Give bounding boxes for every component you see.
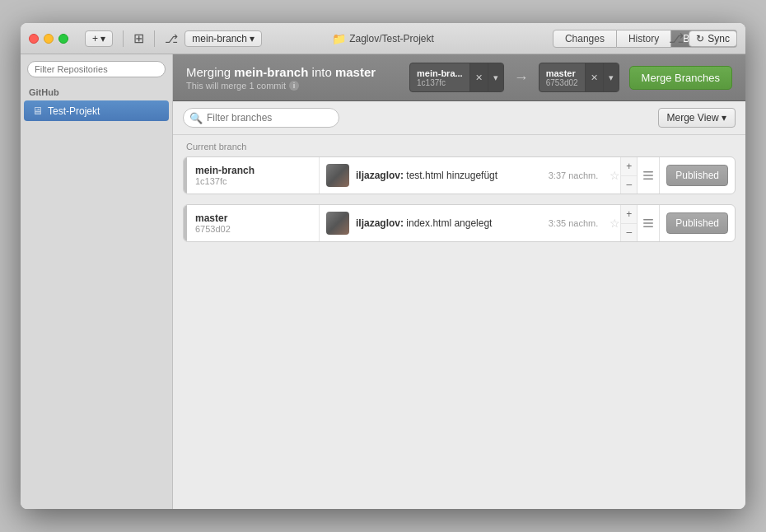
content-area: Merging mein-branch into master This wil… [173, 54, 745, 509]
merge-source-branch: mein-branch [234, 65, 308, 79]
avatar-image [326, 164, 349, 187]
commit-time: 3:35 nachm. [549, 218, 599, 228]
source-branch-pill: mein-bra... 1c137fc ✕ ▾ [409, 63, 504, 92]
branch-row-actions: + – [620, 157, 637, 194]
published-button[interactable]: Published [666, 212, 728, 234]
branch-hash: 1c137fc [195, 176, 311, 186]
main-content: GitHub 🖥 Test-Projekt Merging mein-branc… [21, 54, 745, 509]
avatar [326, 212, 349, 235]
branch-row: master 6753d02 iljazaglov: index.html an… [183, 204, 736, 242]
titlebar: + ▾ ⊞ ⎇ mein-branch ▾ 📁 Zaglov/Test-Proj… [21, 23, 745, 54]
branch-selector[interactable]: mein-branch ▾ [184, 30, 262, 47]
branch-action-plus[interactable]: + [621, 205, 637, 224]
merge-title: Merging mein-branch into master This wil… [186, 65, 399, 91]
merge-title-middle: into [308, 65, 335, 79]
merge-header: Merging mein-branch into master This wil… [173, 54, 745, 101]
svg-rect-1 [643, 175, 653, 176]
window-title: Zaglov/Test-Projekt [349, 33, 434, 44]
branch-row-info: master 6753d02 [187, 206, 319, 240]
toolbar-divider [123, 30, 124, 47]
source-pill-hash: 1c137fc [417, 78, 463, 87]
svg-rect-0 [643, 171, 653, 173]
commit-message: iljazaglov: index.html angelegt [356, 217, 542, 229]
info-icon: i [289, 81, 299, 91]
branch-icon: ⎇ [165, 32, 178, 45]
sidebar-item-test-projekt[interactable]: 🖥 Test-Projekt [24, 100, 169, 121]
branch-settings-icon[interactable] [637, 157, 660, 194]
sidebar-section-github: GitHub [21, 84, 172, 100]
sync-button[interactable]: ↻ Sync [689, 30, 737, 47]
branch-row-info: mein-branch 1c137fc [187, 158, 319, 193]
target-pill-close[interactable]: ✕ [585, 63, 603, 91]
tab-changes[interactable]: Changes [553, 30, 617, 48]
star-icon[interactable]: ☆ [610, 169, 620, 182]
sync-icon: ↻ [696, 33, 704, 44]
branch-settings-icon[interactable] [637, 205, 660, 241]
source-pill-name: mein-bra... [417, 68, 463, 78]
branch-row: mein-branch 1c137fc iljazaglov: test.htm… [183, 156, 736, 194]
branch-action-minus[interactable]: – [621, 176, 637, 194]
source-pill-close[interactable]: ✕ [469, 63, 488, 91]
target-branch-pill: master 6753d02 ✕ ▾ [539, 63, 619, 92]
target-pill-main: master 6753d02 [539, 63, 585, 91]
branch-hash: 6753d02 [195, 224, 311, 234]
search-icon: 🔍 [189, 112, 203, 124]
titlebar-center: 📁 Zaglov/Test-Projekt [332, 32, 434, 45]
source-pill-main: mein-bra... 1c137fc [410, 63, 469, 91]
merge-title-prefix: Merging [186, 65, 234, 79]
traffic-lights [29, 34, 68, 44]
titlebar-right: ⎇ ↻ Sync [669, 30, 737, 47]
close-button[interactable] [29, 34, 39, 44]
source-pill-dropdown[interactable]: ▾ [488, 63, 503, 91]
add-button[interactable]: + ▾ [85, 30, 113, 47]
toolbar-divider2 [154, 30, 155, 47]
folder-icon: 📁 [332, 32, 346, 45]
current-branch-label: Current branch [183, 142, 736, 152]
maximize-button[interactable] [58, 34, 68, 44]
branch-action-plus[interactable]: + [621, 157, 637, 176]
branch-action-minus[interactable]: – [621, 224, 637, 242]
merge-branches-button[interactable]: Merge Branches [629, 66, 732, 90]
layout-icon[interactable]: ⊞ [133, 30, 144, 46]
filter-branches-input[interactable] [183, 108, 339, 128]
merge-view-button[interactable]: Merge View ▾ [658, 108, 736, 128]
sidebar: GitHub 🖥 Test-Projekt [21, 54, 173, 509]
branch-name: master [195, 212, 311, 224]
avatar [326, 164, 349, 187]
commit-time: 3:37 nachm. [549, 170, 599, 180]
merge-target-branch: master [335, 65, 376, 79]
search-wrapper: 🔍 [183, 108, 652, 128]
branch-commit-info: iljazaglov: index.html angelegt 3:35 nac… [319, 205, 620, 241]
published-button[interactable]: Published [666, 165, 728, 186]
svg-rect-3 [643, 219, 653, 221]
filter-bar: 🔍 Merge View ▾ [173, 101, 745, 135]
svg-rect-5 [643, 226, 653, 228]
target-pill-name: master [546, 68, 578, 78]
branch-name: mein-branch [195, 165, 311, 176]
star-icon[interactable]: ☆ [610, 217, 620, 230]
target-pill-dropdown[interactable]: ▾ [603, 63, 619, 91]
target-pill-hash: 6753d02 [546, 78, 578, 87]
merge-subtitle-text: This will merge 1 commit [186, 81, 286, 91]
minimize-button[interactable] [44, 34, 54, 44]
merge-arrow-icon: → [514, 69, 529, 86]
avatar-image [326, 212, 349, 235]
app-window: + ▾ ⊞ ⎇ mein-branch ▾ 📁 Zaglov/Test-Proj… [21, 23, 745, 509]
repo-name: Test-Projekt [48, 105, 100, 117]
branch-commit-info: iljazaglov: test.html hinzugefügt 3:37 n… [319, 157, 620, 194]
compare-icon: ⎇ [669, 30, 684, 46]
titlebar-actions: + ▾ ⊞ ⎇ mein-branch ▾ [85, 30, 262, 47]
branch-row-actions: + – [620, 205, 637, 241]
svg-rect-2 [643, 179, 653, 180]
svg-rect-4 [643, 222, 653, 224]
branch-list: Current branch mein-branch 1c137fc iljaz… [173, 135, 745, 509]
commit-message: iljazaglov: test.html hinzugefügt [356, 170, 542, 181]
repo-icon: 🖥 [32, 105, 43, 117]
filter-repos-input[interactable] [27, 61, 166, 77]
sync-label: Sync [708, 33, 730, 44]
tab-history[interactable]: History [617, 30, 671, 48]
